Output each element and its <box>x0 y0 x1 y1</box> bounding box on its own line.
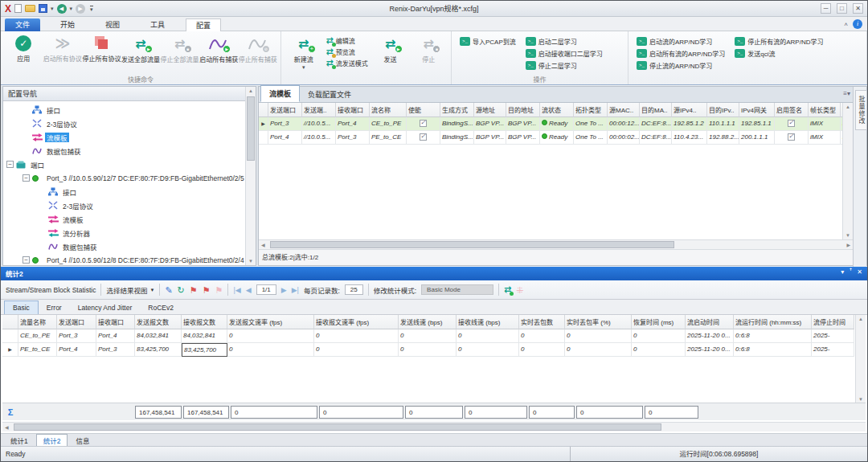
open-file-icon[interactable] <box>25 5 35 12</box>
grid-cell[interactable]: 192.85.1.2 <box>672 117 707 131</box>
save-icon[interactable] <box>39 4 47 13</box>
grid-cell[interactable]: 0 <box>565 329 632 343</box>
start-l2-learning-button[interactable]: >_ 启动二层学习 <box>526 37 603 46</box>
grid-row[interactable]: ▶PE_to_CEPort_4Port_383,425,70083,425,70… <box>2 343 866 357</box>
stats-horizontal-scrollbar[interactable]: ◀ <box>2 422 866 431</box>
grid-cell[interactable]: BGP VP... <box>506 131 540 145</box>
grid-cell[interactable]: //10.0.5... <box>302 117 336 131</box>
tree-item[interactable]: 接口 <box>3 185 256 198</box>
grid-header-cell[interactable]: 拓扑类型 <box>574 103 608 117</box>
grid-cell[interactable]: 84,032,841 <box>135 329 182 343</box>
stream-send-mode-button[interactable]: ⇄ 流发送模式 <box>326 59 368 67</box>
send-button[interactable]: ⇄▶ 发送 <box>371 34 410 63</box>
grid-cell[interactable]: 0 <box>314 329 399 343</box>
stream-grid-horizontal-scrollbar[interactable]: ◀▶ <box>259 239 853 249</box>
grid-cell[interactable]: 2025- <box>812 329 854 343</box>
customize-toolbar-icon[interactable]: ▾ <box>90 6 93 12</box>
grid-cell[interactable]: 00:00:02... <box>608 131 640 145</box>
grid-cell[interactable]: 0 <box>565 343 632 357</box>
grid-cell[interactable]: 2025-11-20 0... <box>686 343 734 357</box>
grid-cell[interactable]: PE_to_CE <box>370 131 407 145</box>
edit-stream-button[interactable]: ⇄ 编辑流 <box>326 36 368 45</box>
stop-all-protocols-button[interactable]: 停止所有协议 <box>82 34 121 63</box>
grid-cell[interactable]: 83,425,700 <box>182 343 227 357</box>
grid-cell[interactable]: 2025- <box>812 343 854 357</box>
grid-cell[interactable]: iMIX <box>809 131 841 145</box>
back-dropdown-icon[interactable]: ▾ <box>70 6 73 12</box>
forward-icon[interactable]: ▶ <box>76 4 85 14</box>
grid-cell[interactable]: 0 <box>632 329 686 343</box>
tab-config[interactable]: 配置 <box>186 18 221 32</box>
save-dropdown-icon[interactable]: ▾ <box>51 6 54 12</box>
last-page-icon[interactable]: ▶| <box>292 285 299 295</box>
restore-button[interactable]: □ <box>837 3 847 14</box>
tree-item[interactable]: −Port_4 //10.0.5.90/12/8 DC:EF:80:7F:D9:… <box>3 253 256 265</box>
close-button[interactable]: ✕ <box>853 3 863 14</box>
stats-vertical-scrollbar[interactable]: ▲▼ <box>855 315 866 403</box>
grid-header-cell[interactable]: 流状态 <box>540 103 574 117</box>
grid-header-cell[interactable]: 实时丢包数 <box>519 315 565 329</box>
grid-cell[interactable]: 0 <box>227 329 314 343</box>
panel-dropdown-icon[interactable]: ▾ <box>841 268 844 276</box>
grid-row[interactable]: ▶Port_3//10.0.5...Port_4CE_to_PEBindingS… <box>259 117 853 131</box>
import-pcap-button[interactable]: >_ 导入PCAP到流 <box>460 37 516 46</box>
stop-l2-learning-button[interactable]: >_ 停止二层学习 <box>526 61 603 70</box>
grid-cell[interactable]: Port_3 <box>57 329 96 343</box>
tab-file[interactable]: 文件 <box>5 18 40 31</box>
stop-stream-arp-button[interactable]: >_ 停止流的ARP/ND学习 <box>637 61 725 70</box>
grid-cell[interactable] <box>407 131 440 145</box>
grid-cell[interactable]: 0 <box>227 343 314 357</box>
grid-cell[interactable]: Port_3 <box>336 131 370 145</box>
grid-cell[interactable] <box>407 117 440 131</box>
grid-cell[interactable]: 2025-11-20 0... <box>686 329 734 343</box>
grid-cell[interactable]: Port_4 <box>96 329 135 343</box>
select-result-view-button[interactable]: 选择结果视图▼ <box>106 285 154 295</box>
tab-basic[interactable]: Basic <box>4 301 39 314</box>
panel-pin-icon[interactable]: ꜛ <box>849 268 852 276</box>
tree-expander-icon[interactable]: − <box>23 256 30 264</box>
tree-item[interactable]: −Port_3 //10.0.5.90/12/7 DC:EF:80:7F:D9:… <box>3 171 256 185</box>
nav-vertical-scrollbar[interactable]: ▲▼ <box>245 87 256 265</box>
grid-header-cell[interactable]: 流停止时间 <box>812 315 854 329</box>
grid-header-cell[interactable]: 流启动时间 <box>686 315 734 329</box>
grid-header-cell[interactable]: 源MAC.. <box>608 103 640 117</box>
start-all-stream-arp-button[interactable]: >_ 启动所有流的ARP/ND学习 <box>637 49 725 58</box>
grid-header-cell[interactable]: 生成方式 <box>440 103 474 117</box>
stop-all-traffic-button[interactable]: ⇄■ 停止全部流量 <box>160 34 199 63</box>
grid-cell[interactable] <box>775 131 809 145</box>
start-all-capture-button[interactable]: ▶ 启动所有捕获 <box>199 34 239 63</box>
grid-menu-icon[interactable]: ≡▾ <box>843 90 850 97</box>
grid-cell[interactable]: 0 <box>632 343 686 357</box>
grid-header-cell[interactable]: 使能 <box>407 103 440 117</box>
grid-cell[interactable]: 0 <box>457 343 519 357</box>
grid-cell[interactable]: ▶ <box>2 343 18 357</box>
grid-row[interactable]: CE_to_PEPort_3Port_484,032,84184,032,841… <box>2 329 866 343</box>
tree-item[interactable]: 数据包捕获 <box>3 239 256 253</box>
send-qci-stream-button[interactable]: >_ 发送qci流 <box>735 49 823 58</box>
preview-stream-button[interactable]: ⇄ 预览流 <box>326 47 368 56</box>
tree-item[interactable]: 2-3层协议 <box>3 198 256 212</box>
grid-cell[interactable]: 110.4.23... <box>672 131 707 145</box>
grid-cell[interactable]: ▶ <box>259 117 268 131</box>
refresh-icon[interactable]: ↻ <box>178 285 185 295</box>
tab-latency-jitter[interactable]: Latency And Jitter <box>70 301 141 314</box>
grid-cell[interactable]: Port_4 <box>268 131 302 145</box>
grid-cell[interactable]: iMIX <box>809 117 841 131</box>
minimize-button[interactable]: ─ <box>821 3 831 14</box>
stream-grid-vertical-scrollbar[interactable]: ▲▼ <box>842 103 853 239</box>
start-all-protocols-button[interactable]: ≫ 启动所有协议 <box>43 34 83 63</box>
grid-header-cell[interactable]: 接收端口 <box>96 315 135 329</box>
new-stream-dropdown-icon[interactable]: ▾ <box>302 64 305 71</box>
info-icon[interactable]: i <box>853 19 862 29</box>
clear-stats-icon[interactable]: ⚑ <box>190 285 198 295</box>
grid-header-cell[interactable]: 帧长类型 <box>809 103 841 117</box>
grid-cell[interactable]: 192.88.2... <box>707 131 739 145</box>
grid-cell[interactable]: Ready <box>540 117 574 131</box>
grid-header-cell[interactable] <box>259 103 268 117</box>
grid-header-cell[interactable]: 发送端.. <box>302 103 336 117</box>
tree-item[interactable]: 2-3层协议 <box>3 117 256 130</box>
tab-stream-template[interactable]: 流模板 <box>260 85 300 102</box>
grid-cell[interactable]: //10.0.5... <box>302 131 336 145</box>
tree-item[interactable]: 流分析器 <box>3 226 256 239</box>
grid-cell[interactable]: One To ... <box>574 117 608 131</box>
